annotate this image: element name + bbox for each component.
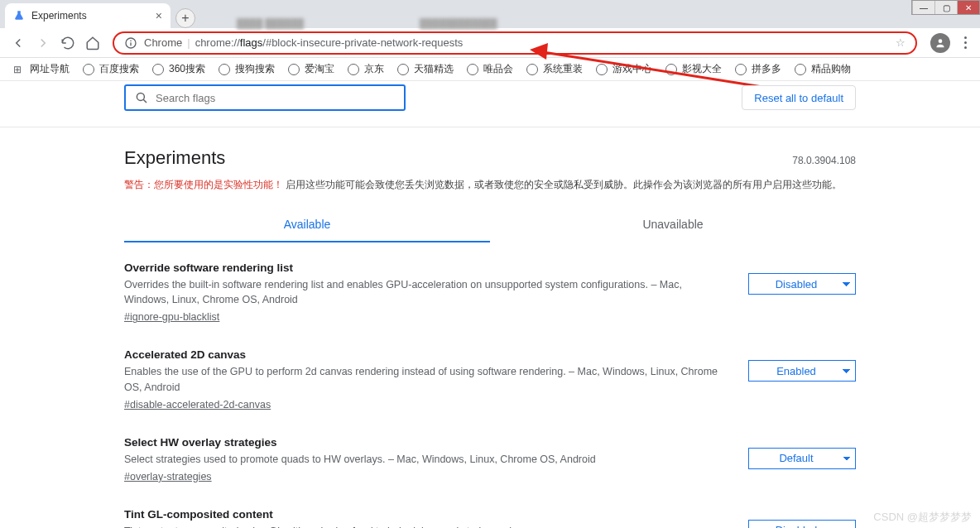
globe-icon [795, 64, 806, 75]
globe-icon [348, 64, 359, 75]
flag-item: Select HW overlay strategies Select stra… [124, 417, 856, 489]
flag-title: Override software rendering list [124, 262, 723, 274]
close-window-button[interactable]: ✕ [957, 1, 979, 14]
apps-shortcut[interactable]: ⊞网址导航 [8, 60, 74, 78]
globe-icon [288, 64, 300, 75]
globe-icon [83, 64, 94, 75]
divider [0, 127, 980, 127]
bookmark-item[interactable]: 天猫精选 [392, 60, 459, 78]
bookmark-item[interactable]: 精品购物 [790, 60, 856, 78]
globe-icon [152, 64, 164, 75]
close-tab-icon[interactable]: × [156, 9, 162, 22]
bookmark-item[interactable]: 搜狗搜索 [214, 60, 280, 78]
chrome-menu-button[interactable] [957, 36, 973, 49]
flag-select[interactable]: Disabled [748, 520, 856, 528]
bookmark-item[interactable]: 拼多多 [730, 60, 786, 78]
toolbar: Chrome | chrome://flags/#block-insecure-… [0, 28, 980, 58]
svg-point-3 [939, 39, 943, 43]
flag-anchor-link[interactable]: #ignore-gpu-blacklist [124, 311, 219, 323]
flag-title: Accelerated 2D canvas [124, 348, 723, 361]
tab-strip: Experiments × + ████ ██████ ████████████ [0, 0, 980, 28]
new-tab-button[interactable]: + [175, 8, 195, 28]
bookmarks-bar: ⊞网址导航 百度搜索 360搜索 搜狗搜索 爱淘宝 京东 天猫精选 唯品会 系统… [0, 58, 980, 81]
forward-button[interactable] [31, 31, 55, 55]
tab-title: Experiments [31, 10, 87, 22]
window-controls: — ▢ ✕ [911, 0, 980, 15]
address-scheme-label: Chrome [144, 36, 182, 49]
flags-page: Reset all to default Experiments 78.0.39… [124, 81, 856, 528]
bookmark-item[interactable]: 爱淘宝 [283, 60, 339, 78]
flag-select[interactable]: Disabled [748, 273, 856, 295]
flag-description: Tint contents composited using GL with a… [124, 524, 723, 528]
search-input[interactable] [156, 92, 396, 104]
version-label: 78.0.3904.108 [792, 155, 856, 166]
blurred-tab: ████ ██████ [237, 18, 304, 28]
globe-icon [526, 64, 538, 75]
bookmark-item[interactable]: 京东 [343, 60, 389, 78]
bookmark-star-icon[interactable]: ☆ [896, 36, 906, 49]
svg-point-1 [130, 40, 132, 41]
globe-icon [219, 64, 230, 75]
address-bar[interactable]: Chrome | chrome://flags/#block-insecure-… [113, 31, 917, 55]
globe-icon [467, 64, 478, 75]
flag-description: Select strategies used to promote quads … [124, 452, 723, 467]
flag-description: Enables the use of the GPU to perform 2d… [124, 364, 723, 394]
address-url: chrome://flags/#block-insecure-private-n… [195, 36, 464, 49]
search-icon [134, 90, 149, 105]
bookmark-item[interactable]: 百度搜索 [78, 60, 144, 78]
flask-icon [13, 10, 25, 22]
globe-icon [665, 64, 677, 75]
apps-icon: ⊞ [13, 64, 25, 75]
svg-rect-2 [130, 42, 131, 46]
flag-description: Overrides the built-in software renderin… [124, 277, 723, 307]
flag-item: Override software rendering list Overrid… [124, 242, 856, 329]
globe-icon [735, 64, 747, 75]
watermark: CSDN @超梦梦梦梦 [873, 510, 972, 525]
tab-unavailable[interactable]: Unavailable [490, 208, 856, 242]
bookmark-item[interactable]: 360搜索 [147, 60, 210, 78]
flag-select[interactable]: Enabled [748, 360, 856, 382]
tab-available[interactable]: Available [124, 208, 490, 242]
svg-line-7 [143, 99, 147, 103]
browser-tab[interactable]: Experiments × [5, 3, 171, 28]
flag-anchor-link[interactable]: #overlay-strategies [124, 471, 212, 482]
bookmark-item[interactable]: 系统重装 [521, 60, 588, 78]
home-button[interactable] [81, 31, 104, 55]
flag-item: Tint GL-composited content Tint contents… [124, 489, 856, 528]
bookmark-item[interactable]: 唯品会 [462, 60, 518, 78]
minimize-button[interactable]: — [912, 1, 934, 14]
flag-anchor-link[interactable]: #disable-accelerated-2d-canvas [124, 399, 271, 410]
search-flags-box[interactable] [124, 84, 406, 111]
profile-avatar[interactable] [930, 33, 950, 53]
back-button[interactable] [7, 31, 30, 55]
globe-icon [397, 64, 409, 75]
bookmark-item[interactable]: 游戏中心 [591, 60, 657, 78]
page-title: Experiments [124, 147, 225, 169]
flag-title: Tint GL-composited content [124, 508, 723, 521]
reload-button[interactable] [56, 31, 79, 55]
flag-item: Accelerated 2D canvas Enables the use of… [124, 329, 856, 416]
warning-text: 警告：您所要使用的是实验性功能！ 启用这些功能可能会致使您丢失浏览数据，或者致使… [124, 177, 856, 193]
reset-all-button[interactable]: Reset all to default [742, 85, 856, 110]
tabs: Available Unavailable [124, 208, 856, 242]
globe-icon [596, 64, 608, 75]
flag-title: Select HW overlay strategies [124, 436, 723, 449]
site-info-icon [124, 36, 137, 50]
bookmark-item[interactable]: 影视大全 [661, 60, 727, 78]
maximize-button[interactable]: ▢ [934, 1, 957, 14]
svg-point-6 [137, 93, 144, 100]
flag-select[interactable]: Default [748, 448, 856, 469]
blurred-tab: ████████████ [420, 18, 497, 28]
